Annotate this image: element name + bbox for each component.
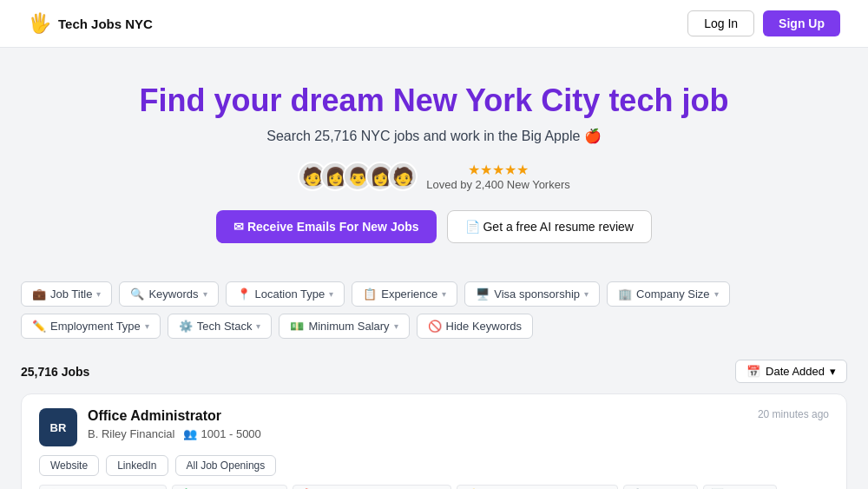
filter-label: Keywords: [148, 287, 198, 301]
job-title: Office Administrator: [88, 408, 261, 424]
filter-arrow-icon: ▾: [145, 321, 149, 331]
hero-social-proof: 🧑👩👨👩🧑 ★★★★★ Loved by 2,400 New Yorkers: [17, 162, 851, 191]
filter-icon: 🖥️: [476, 287, 490, 301]
job-tag: 🔥Funding within the last year: [293, 485, 451, 489]
filter-button[interactable]: 🚫Hide Keywords: [417, 314, 533, 339]
header: 🖐️ Tech Jobs NYC Log In Sign Up: [0, 0, 868, 48]
job-tag: 📊Mid-level: [703, 485, 777, 489]
filter-label: Minimum Salary: [308, 320, 389, 333]
avatar-group: 🧑👩👨👩🧑: [298, 162, 418, 191]
results-section: 25,716 Jobs 📅 Date Added ▾ BR Office Adm…: [0, 353, 868, 489]
job-tag: ⏱️Full Time: [623, 485, 698, 489]
job-link-button[interactable]: Website: [39, 455, 99, 476]
filter-arrow-icon: ▾: [203, 289, 207, 299]
filter-icon: 📋: [363, 287, 377, 301]
filter-icon: ⚙️: [179, 320, 193, 333]
company-name: B. Riley Financial: [88, 427, 174, 440]
filter-arrow-icon: ▾: [256, 321, 260, 331]
results-count: 25,716 Jobs: [21, 365, 89, 379]
filter-button[interactable]: 📍Location Type▾: [226, 281, 345, 307]
filter-icon: ✏️: [32, 320, 46, 333]
job-link-button[interactable]: All Job Openings: [175, 455, 277, 476]
hero-subtitle: Search 25,716 NYC jobs and work in the B…: [17, 128, 851, 144]
logo: 🖐️ Tech Jobs NYC: [28, 12, 153, 35]
filter-icon: 🔍: [130, 287, 144, 301]
loved-text: Loved by 2,400 New Yorkers: [426, 178, 570, 191]
filter-icon: 💼: [32, 287, 46, 301]
sort-icon: 📅: [746, 365, 760, 378]
header-buttons: Log In Sign Up: [687, 10, 840, 36]
signup-button[interactable]: Sign Up: [763, 10, 840, 36]
avatar: 🧑: [388, 162, 418, 191]
company-size-icon: 👥: [183, 427, 197, 440]
job-info: Office Administrator B. Riley Financial …: [88, 408, 261, 440]
filter-label: Experience: [381, 287, 437, 301]
company-logo: BR: [39, 408, 77, 446]
login-button[interactable]: Log In: [687, 10, 754, 36]
sort-button[interactable]: 📅 Date Added ▾: [735, 360, 847, 383]
company-size-value: 1001 - 5000: [201, 427, 260, 440]
company-size: 👥 1001 - 5000: [183, 427, 260, 440]
filter-label: Tech Stack: [197, 320, 253, 333]
job-card: BR Office Administrator B. Riley Financi…: [21, 393, 847, 489]
filter-button[interactable]: ✏️Employment Type▾: [21, 314, 161, 339]
filter-button[interactable]: 🏢Company Size▾: [607, 281, 730, 307]
filter-button[interactable]: 💵Minimum Salary▾: [279, 314, 409, 339]
hero-title: Find your dream New York City tech job: [17, 83, 851, 119]
filter-label: Job Title: [50, 287, 92, 301]
filter-label: Employment Type: [50, 320, 141, 333]
filter-arrow-icon: ▾: [394, 321, 398, 331]
logo-text: Tech Jobs NYC: [58, 17, 153, 31]
sort-label: Date Added: [766, 365, 825, 378]
filter-icon: 🚫: [428, 320, 442, 333]
filter-arrow-icon: ▾: [329, 289, 333, 299]
filter-arrow-icon: ▾: [584, 289, 589, 299]
company-info: B. Riley Financial 👥 1001 - 5000: [88, 427, 261, 440]
filters-section: 💼Job Title▾🔍Keywords▾📍Location Type▾📋Exp…: [0, 281, 868, 353]
filter-label: Hide Keywords: [446, 320, 522, 333]
filter-arrow-icon: ▾: [442, 289, 446, 299]
star-rating: ★★★★★: [426, 162, 570, 178]
job-card-top: BR Office Administrator B. Riley Financi…: [39, 408, 829, 446]
filter-button[interactable]: 🖥️Visa sponsorship▾: [464, 281, 600, 307]
job-tag: ⚡Post-IPO Equity on 2023-07: [457, 485, 618, 489]
hero-cta-group: ✉ Receive Emails For New Jobs 📄 Get a fr…: [17, 210, 851, 243]
job-links: WebsiteLinkedInAll Job Openings: [39, 455, 829, 476]
filter-label: Visa sponsorship: [494, 287, 580, 301]
filter-row-2: ✏️Employment Type▾⚙️Tech Stack▾💵Minimum …: [21, 314, 847, 339]
filter-arrow-icon: ▾: [714, 289, 719, 299]
job-tags: 🏢In-office - Manhattan💲$55k - $70k / yea…: [39, 485, 829, 489]
logo-icon: 🖐️: [28, 12, 51, 35]
job-card-left: BR Office Administrator B. Riley Financi…: [39, 408, 261, 446]
job-tag: 🏢In-office - Manhattan: [39, 485, 167, 489]
job-link-button[interactable]: LinkedIn: [106, 455, 168, 476]
filter-label: Location Type: [255, 287, 326, 301]
hero-section: Find your dream New York City tech job S…: [0, 48, 868, 281]
filter-icon: 📍: [237, 287, 251, 301]
filter-arrow-icon: ▾: [96, 289, 101, 299]
jobs-list: BR Office Administrator B. Riley Financi…: [21, 393, 847, 489]
filter-icon: 🏢: [618, 287, 632, 301]
filter-button[interactable]: 💼Job Title▾: [21, 281, 112, 307]
filter-button[interactable]: 📋Experience▾: [352, 281, 457, 307]
filter-icon: 💵: [290, 320, 304, 333]
ai-resume-button[interactable]: 📄 Get a free AI resume review: [447, 210, 652, 243]
filter-button[interactable]: ⚙️Tech Stack▾: [168, 314, 273, 339]
results-header: 25,716 Jobs 📅 Date Added ▾: [21, 360, 847, 383]
job-time: 20 minutes ago: [758, 408, 829, 420]
filter-row-1: 💼Job Title▾🔍Keywords▾📍Location Type▾📋Exp…: [21, 281, 847, 307]
filter-label: Company Size: [636, 287, 710, 301]
sort-arrow-icon: ▾: [830, 365, 836, 378]
receive-emails-button[interactable]: ✉ Receive Emails For New Jobs: [216, 210, 437, 243]
filter-button[interactable]: 🔍Keywords▾: [119, 281, 218, 307]
job-tag: 💲$55k - $70k / year: [172, 485, 287, 489]
